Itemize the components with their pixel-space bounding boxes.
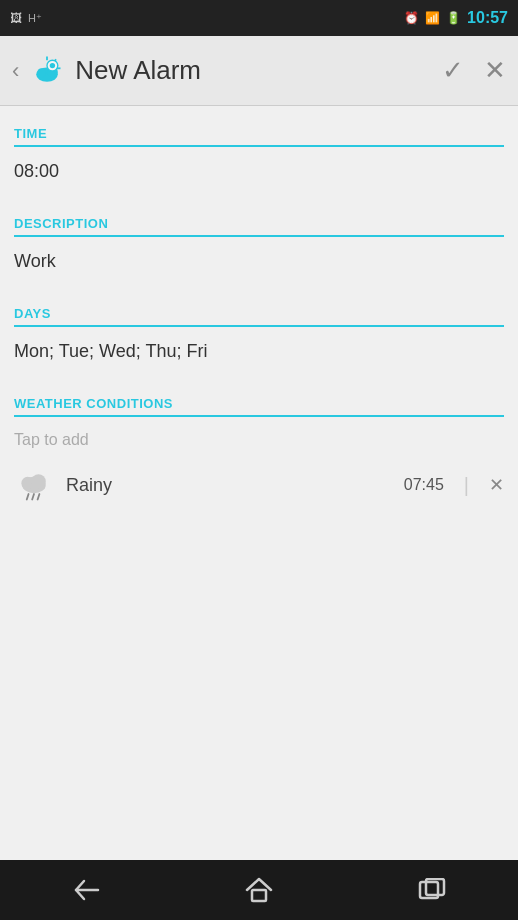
alarm-app-icon xyxy=(29,53,65,89)
description-section-label: DESCRIPTION xyxy=(14,202,504,235)
main-content: TIME 08:00 DESCRIPTION Work DAYS Mon; Tu… xyxy=(0,106,518,860)
weather-section: WEATHER CONDITIONS Tap to add Rainy 07:4… xyxy=(0,382,518,511)
weather-separator: | xyxy=(464,474,469,497)
page-title: New Alarm xyxy=(75,55,201,86)
svg-line-13 xyxy=(38,494,40,499)
status-bar-left: 🖼 H⁺ xyxy=(10,11,42,25)
nav-back-button[interactable] xyxy=(61,870,111,910)
bottom-nav xyxy=(0,860,518,920)
status-bar-right: ⏰ 📶 🔋 10:57 xyxy=(404,9,508,27)
days-section-label: DAYS xyxy=(14,292,504,325)
weather-remove-button[interactable]: ✕ xyxy=(489,474,504,496)
description-section: DESCRIPTION Work xyxy=(0,202,518,286)
svg-point-7 xyxy=(50,62,55,67)
description-value[interactable]: Work xyxy=(14,237,504,286)
weather-condition-time: 07:45 xyxy=(404,476,444,494)
time-value[interactable]: 08:00 xyxy=(14,147,504,196)
weather-tap-hint[interactable]: Tap to add xyxy=(14,417,504,459)
rainy-icon xyxy=(15,468,53,502)
svg-line-12 xyxy=(32,494,34,499)
svg-rect-15 xyxy=(252,890,266,901)
clock-time: 10:57 xyxy=(467,9,508,27)
weather-section-label: WEATHER CONDITIONS xyxy=(14,382,504,415)
time-section: TIME 08:00 xyxy=(0,112,518,196)
time-section-label: TIME xyxy=(14,112,504,145)
svg-line-11 xyxy=(27,494,29,499)
svg-point-10 xyxy=(31,474,45,488)
battery-icon: 🔋 xyxy=(446,11,461,25)
svg-point-4 xyxy=(37,68,46,77)
header-left: ‹ New Alarm xyxy=(12,53,201,89)
nav-home-button[interactable] xyxy=(234,870,284,910)
close-button[interactable]: ✕ xyxy=(484,55,506,86)
days-section: DAYS Mon; Tue; Wed; Thu; Fri xyxy=(0,292,518,376)
nav-recent-button[interactable] xyxy=(407,870,457,910)
days-value[interactable]: Mon; Tue; Wed; Thu; Fri xyxy=(14,327,504,376)
rainy-icon-container xyxy=(14,467,54,503)
image-icon: 🖼 xyxy=(10,11,22,25)
header: ‹ New Alarm ✓ ✕ xyxy=(0,36,518,106)
status-bar: 🖼 H⁺ ⏰ 📶 🔋 10:57 xyxy=(0,0,518,36)
weather-item: Rainy 07:45 | ✕ xyxy=(14,459,504,511)
confirm-button[interactable]: ✓ xyxy=(442,55,464,86)
network-icon: H⁺ xyxy=(28,12,42,25)
alarm-status-icon: ⏰ xyxy=(404,11,419,25)
back-button[interactable]: ‹ xyxy=(12,58,19,84)
signal-icon: 📶 xyxy=(425,11,440,25)
weather-condition-label: Rainy xyxy=(66,475,392,496)
header-actions: ✓ ✕ xyxy=(442,55,506,86)
